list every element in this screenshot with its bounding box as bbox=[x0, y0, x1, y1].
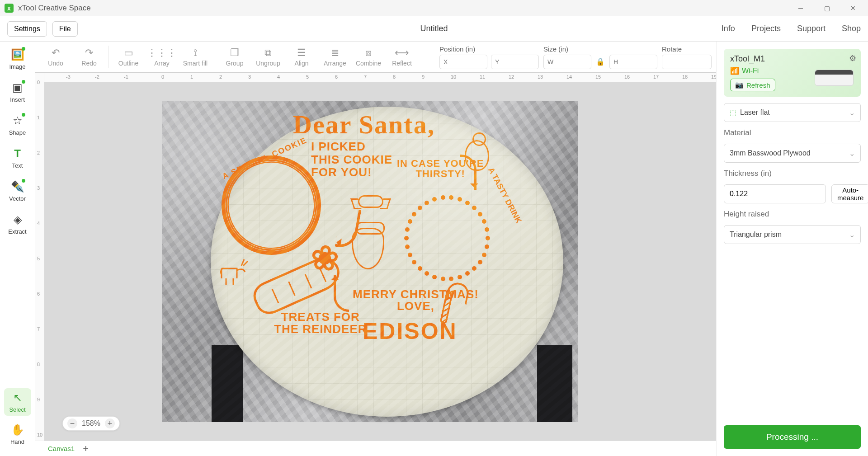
insert-tool[interactable]: ▣Insert bbox=[4, 78, 31, 106]
info-link[interactable]: Info bbox=[722, 24, 735, 33]
canvas-tabs: Canvas1 + bbox=[35, 441, 716, 456]
design-text-name[interactable]: EDISON bbox=[363, 318, 458, 344]
design-text-thirsty[interactable]: IN CASE YOU'RETHIRSTY! bbox=[397, 158, 484, 179]
reflect-button[interactable]: ⟷Reflect bbox=[386, 47, 418, 67]
thickness-label: Thickness (in) bbox=[724, 169, 861, 178]
support-link[interactable]: Support bbox=[797, 24, 826, 33]
app-title: xTool Creative Space bbox=[18, 4, 91, 13]
image-tool[interactable]: 🖼️Image bbox=[4, 45, 31, 73]
minimize-button[interactable]: ─ bbox=[788, 0, 814, 16]
text-tool[interactable]: TText bbox=[4, 144, 31, 172]
ungroup-button[interactable]: ⧉Ungroup bbox=[252, 47, 284, 67]
reflect-icon: ⟷ bbox=[395, 47, 409, 59]
candy-icon[interactable] bbox=[358, 195, 383, 208]
shape-tool[interactable]: ☆Shape bbox=[4, 111, 31, 139]
device-card: ⚙ xTool_M1 📶Wi-Fi 📷Refresh bbox=[724, 49, 861, 97]
outline-button[interactable]: ▭Outline bbox=[113, 47, 144, 67]
projects-link[interactable]: Projects bbox=[751, 24, 781, 33]
arrange-icon: ≣ bbox=[331, 47, 339, 59]
smartfill-button[interactable]: ⟟Smart fill bbox=[179, 47, 211, 67]
titlebar: x xTool Creative Space ─ ▢ ✕ bbox=[0, 0, 868, 16]
array-icon: ⋮⋮⋮ bbox=[147, 47, 177, 59]
document-title[interactable]: Untitled bbox=[420, 24, 448, 33]
close-button[interactable]: ✕ bbox=[840, 0, 866, 16]
dotted-circle-icon[interactable] bbox=[404, 195, 490, 281]
device-name: xTool_M1 bbox=[730, 54, 854, 64]
laser-flat-icon: ⬚ bbox=[730, 108, 736, 117]
arrow-icon[interactable] bbox=[460, 155, 476, 190]
array-button[interactable]: ⋮⋮⋮Array bbox=[146, 47, 178, 67]
text-icon: T bbox=[11, 147, 24, 160]
select-tool[interactable]: ↖Select bbox=[4, 388, 31, 416]
canvas-area[interactable]: 012345678910 -4-3-2-10123456789101112131… bbox=[35, 73, 716, 441]
reindeer-icon[interactable] bbox=[216, 250, 250, 289]
height-raised-select[interactable]: Triangular prism⌄ bbox=[724, 225, 861, 244]
design-text-tasty[interactable]: A TASTY DRINK bbox=[486, 166, 524, 225]
combine-button[interactable]: ⧇Combine bbox=[353, 47, 384, 67]
combine-icon: ⧇ bbox=[365, 47, 372, 59]
rotate-input[interactable] bbox=[662, 55, 712, 69]
tab-canvas1[interactable]: Canvas1 bbox=[48, 445, 75, 452]
design-text-dear[interactable]: Dear Santa, bbox=[293, 109, 435, 140]
design-artwork[interactable]: Dear Santa, A SPECIAL COOKIE I PICKEDTHI… bbox=[162, 101, 578, 422]
file-button[interactable]: File bbox=[52, 21, 78, 37]
design-text-picked[interactable]: I PICKEDTHIS COOKIEFOR YOU! bbox=[311, 140, 392, 179]
candy-cane-icon[interactable] bbox=[438, 280, 469, 325]
gingerbread-icon[interactable] bbox=[465, 140, 489, 171]
arrow-icon[interactable] bbox=[335, 207, 362, 250]
position-y-input[interactable] bbox=[491, 55, 539, 69]
santa-head-icon[interactable] bbox=[352, 228, 384, 269]
size-w-input[interactable] bbox=[543, 55, 591, 69]
maximize-button[interactable]: ▢ bbox=[814, 0, 840, 16]
round-plate bbox=[211, 107, 563, 417]
machine-thumbnail-icon bbox=[815, 70, 854, 86]
device-settings-icon[interactable]: ⚙ bbox=[849, 53, 856, 63]
vertical-ruler: 012345678910 bbox=[35, 73, 44, 441]
mode-select[interactable]: ⬚Laser flat ⌄ bbox=[724, 103, 861, 122]
left-tool-strip: 🖼️Image ▣Insert ☆Shape TText ✒️Vector ◈E… bbox=[0, 42, 35, 456]
zoom-in-button[interactable]: + bbox=[105, 418, 115, 428]
redo-button[interactable]: ↷Redo bbox=[73, 47, 105, 67]
zoom-value: 158% bbox=[82, 419, 100, 428]
machine-rail-left bbox=[212, 345, 243, 422]
canvas-viewport[interactable]: Dear Santa, A SPECIAL COOKIE I PICKEDTHI… bbox=[44, 82, 716, 441]
auto-measure-button[interactable]: Auto-measure bbox=[831, 184, 868, 203]
cookie-circle-icon[interactable] bbox=[222, 155, 321, 255]
arrow-icon[interactable] bbox=[334, 275, 349, 312]
material-label: Material bbox=[724, 128, 861, 137]
camera-background: Dear Santa, A SPECIAL COOKIE I PICKEDTHI… bbox=[162, 101, 578, 422]
processing-button[interactable]: Processing ... bbox=[724, 425, 861, 449]
group-button[interactable]: ❐Group bbox=[219, 47, 250, 67]
refresh-button[interactable]: 📷Refresh bbox=[730, 79, 775, 91]
material-select[interactable]: 3mm Basswood Plywood⌄ bbox=[724, 144, 861, 163]
design-text-treats[interactable]: TREATS FORTHE REINDEER bbox=[274, 311, 367, 336]
align-icon: ☰ bbox=[297, 47, 306, 59]
carrot-icon[interactable]: ❀ bbox=[244, 235, 359, 323]
position-x-input[interactable] bbox=[439, 55, 487, 69]
size-h-input[interactable] bbox=[609, 55, 657, 69]
machine-rail-right bbox=[537, 345, 572, 422]
add-canvas-button[interactable]: + bbox=[83, 443, 89, 455]
lock-icon[interactable]: 🔒 bbox=[596, 57, 605, 66]
settings-button[interactable]: Settings bbox=[7, 21, 47, 37]
arrange-button[interactable]: ≣Arrange bbox=[319, 47, 351, 67]
outline-icon: ▭ bbox=[124, 47, 133, 59]
design-text-special[interactable]: A SPECIAL COOKIE bbox=[221, 136, 309, 182]
align-button[interactable]: ☰Align bbox=[286, 47, 317, 67]
undo-button[interactable]: ↶Undo bbox=[40, 47, 71, 67]
shop-link[interactable]: Shop bbox=[842, 24, 861, 33]
top-right-links: Info Projects Support Shop bbox=[722, 24, 861, 33]
zoom-out-button[interactable]: − bbox=[67, 418, 77, 428]
size-label: Size (in) bbox=[543, 45, 655, 53]
chevron-down-icon: ⌄ bbox=[849, 230, 855, 239]
chevron-down-icon: ⌄ bbox=[849, 149, 855, 158]
extract-tool[interactable]: ◈Extract bbox=[4, 210, 31, 238]
ungroup-icon: ⧉ bbox=[264, 47, 272, 59]
right-panel: ⚙ xTool_M1 📶Wi-Fi 📷Refresh ⬚Laser flat ⌄… bbox=[716, 42, 868, 456]
cursor-icon: ↖ bbox=[11, 391, 24, 404]
vector-tool[interactable]: ✒️Vector bbox=[4, 177, 31, 205]
thickness-input[interactable] bbox=[724, 184, 826, 203]
design-text-merry[interactable]: MERRY CHRISTMAS!LOVE, bbox=[353, 288, 479, 312]
hand-tool[interactable]: ✋Hand bbox=[4, 420, 31, 448]
app-logo: x bbox=[5, 4, 14, 13]
